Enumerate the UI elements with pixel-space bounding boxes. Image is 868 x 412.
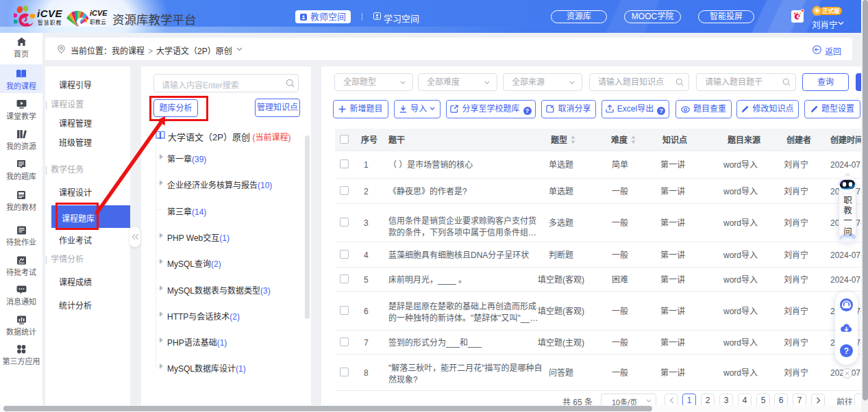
svg-text:?: ? [844,346,849,356]
